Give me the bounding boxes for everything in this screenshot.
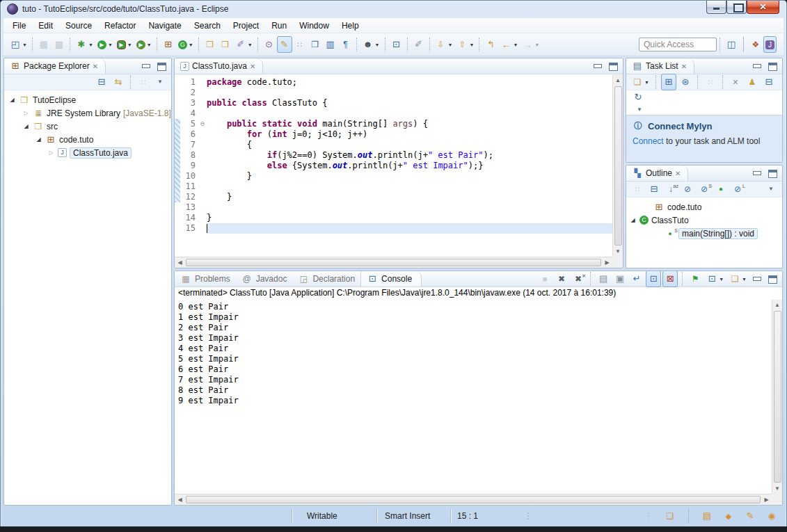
maximize-view-button[interactable] xyxy=(768,62,777,71)
dropdown-arrow-icon[interactable]: ▼ xyxy=(534,42,539,47)
tab-declaration[interactable]: ◲Declaration xyxy=(292,271,360,287)
title-bar[interactable]: tuto - TutoEclipse/src/code/tuto/ClassTu… xyxy=(1,1,786,17)
package-explorer-tab[interactable]: ⊞ Package Explorer xyxy=(4,58,106,74)
task-list-tab[interactable]: ▤ Task List xyxy=(626,58,694,74)
collapse-all-icon[interactable]: ⊟ xyxy=(94,74,109,90)
mark-occurrences-icon[interactable]: ✎ xyxy=(277,36,292,53)
minimize-view-button[interactable] xyxy=(141,62,150,71)
dropdown-arrow-icon[interactable]: ▼ xyxy=(88,42,93,47)
minimize-editor-button[interactable] xyxy=(593,62,602,71)
java-perspective-icon[interactable]: J xyxy=(763,36,777,53)
code-area[interactable]: 1package code.tuto;23public class ClassT… xyxy=(175,75,612,257)
package-explorer-item-jre-system-library[interactable]: ▷≣JRE System Library [JavaSE-1.8] xyxy=(4,106,171,120)
collapsed-arrow-icon[interactable]: ▷ xyxy=(22,110,30,116)
menu-navigate[interactable]: Navigate xyxy=(142,19,187,32)
account-icon[interactable]: ☻▼ xyxy=(360,36,382,53)
scroll-down-arrow[interactable]: ▼ xyxy=(613,246,623,257)
scroll-lock-icon[interactable]: ▣ xyxy=(612,271,628,287)
console-vertical-scrollbar[interactable]: ▲ ▼ xyxy=(772,300,782,494)
next-annotation-icon[interactable]: ⇩▼ xyxy=(434,36,455,53)
dropdown-arrow-icon[interactable]: ▼ xyxy=(127,42,132,47)
remove-launch-icon[interactable]: ✖ xyxy=(554,271,569,287)
scroll-thumb[interactable] xyxy=(186,496,761,503)
dropdown-arrow-icon[interactable]: ▼ xyxy=(375,42,380,47)
scroll-down-arrow[interactable]: ▼ xyxy=(772,483,783,494)
word-wrap-icon[interactable]: ↵ xyxy=(629,271,644,287)
dropdown-arrow-icon[interactable]: ▼ xyxy=(108,42,113,47)
collapsed-arrow-icon[interactable]: ▷ xyxy=(47,150,55,156)
scroll-left-arrow[interactable]: ◀ xyxy=(175,494,185,505)
menu-arrow-icon[interactable]: ▼ xyxy=(763,181,779,198)
expanded-arrow-icon[interactable]: ◢ xyxy=(629,217,637,223)
maximize-view-button[interactable] xyxy=(768,169,777,178)
categorized-icon[interactable]: ⊞ xyxy=(661,74,676,90)
new-wizard-icon[interactable]: ◰▼ xyxy=(8,36,29,53)
dropdown-arrow-icon[interactable]: ▼ xyxy=(719,277,724,282)
stdout-icon[interactable]: ⊡ xyxy=(646,271,661,287)
hide-nonpublic-icon[interactable]: ● xyxy=(713,181,729,198)
menu-search[interactable]: Search xyxy=(188,19,227,32)
debug-icon[interactable]: ✱▼ xyxy=(74,36,95,53)
dropdown-arrow-icon[interactable]: ▼ xyxy=(22,42,27,47)
collapse-all-icon[interactable]: ⊟ xyxy=(761,74,777,90)
package-explorer-item-code-tuto[interactable]: ◢⊞code.tuto xyxy=(4,133,171,146)
new-class-icon[interactable]: G▼ xyxy=(176,36,196,53)
remove-all-icon[interactable]: ✖✕ xyxy=(571,271,586,287)
outline-item-main-string-void[interactable]: ●Smain(String[]) : void xyxy=(626,227,782,240)
dropdown-arrow-icon[interactable]: ▼ xyxy=(742,277,747,282)
scroll-thumb[interactable] xyxy=(614,86,622,245)
search-icon[interactable]: ⊙ xyxy=(262,36,277,53)
package-explorer-item-classtuto-java[interactable]: ▷JClassTuto.java xyxy=(4,146,171,159)
dropdown-arrow-icon[interactable]: ▼ xyxy=(248,42,253,47)
show-whitespace-icon[interactable]: ¶ xyxy=(338,36,353,53)
open-perspective-icon[interactable]: ◫ xyxy=(724,36,739,53)
outline-tab[interactable]: ▚ Outline xyxy=(626,166,688,181)
minimize-view-button[interactable] xyxy=(752,169,761,178)
stderr-icon[interactable]: ⊠ xyxy=(662,271,678,287)
menu-refactor[interactable]: Refactor xyxy=(98,19,142,32)
maximize-editor-button[interactable] xyxy=(608,62,617,71)
no-edit-icon[interactable]: ✐ xyxy=(411,36,427,53)
close-view-icon[interactable] xyxy=(675,168,682,178)
console-horizontal-scrollbar[interactable]: ◀ ▶ xyxy=(175,494,772,505)
new-task-icon[interactable]: ❏▼ xyxy=(630,74,651,90)
editor-vertical-scrollbar[interactable]: ▲ ▼ xyxy=(612,75,623,257)
outline-item-code-tuto[interactable]: ⊞code.tuto xyxy=(626,200,782,213)
expanded-arrow-icon[interactable]: ◢ xyxy=(22,123,30,129)
tab-problems[interactable]: ▦Problems xyxy=(175,271,236,287)
fold-minus-icon[interactable]: ⊖ xyxy=(198,119,207,129)
cap-icon[interactable]: ◆ xyxy=(721,508,736,524)
connect-link[interactable]: Connect xyxy=(633,136,664,146)
task-folder-icon[interactable]: ❒ xyxy=(202,36,218,53)
sort-icon[interactable]: ↓az xyxy=(663,181,678,198)
scroll-left-arrow[interactable]: ◀ xyxy=(175,257,185,268)
maximize-view-button[interactable] xyxy=(768,275,777,284)
dropdown-arrow-icon[interactable]: ▼ xyxy=(644,80,649,85)
pin-console-icon[interactable]: ⚑ xyxy=(687,271,703,287)
menu-project[interactable]: Project xyxy=(227,19,265,32)
filter-completed-icon[interactable]: ✕ xyxy=(728,74,743,90)
dropdown-arrow-icon[interactable]: ▼ xyxy=(513,42,518,47)
book-icon[interactable]: ▤ xyxy=(699,508,715,524)
badge-icon[interactable]: ◉ xyxy=(764,508,779,524)
last-edit-icon[interactable]: ↰ xyxy=(483,36,498,53)
menu-run[interactable]: Run xyxy=(265,19,293,32)
minimize-view-button[interactable] xyxy=(752,62,761,71)
menu-edit[interactable]: Edit xyxy=(32,19,59,32)
package-explorer-item-src[interactable]: ◢❒src xyxy=(4,120,171,133)
dropdown-arrow-icon[interactable]: ▼ xyxy=(147,42,152,47)
new-java-project-icon[interactable]: ⊞ xyxy=(161,36,176,53)
dropdown-arrow-icon[interactable]: ▼ xyxy=(189,42,193,47)
maximize-view-button[interactable] xyxy=(157,62,166,71)
clear-console-icon[interactable]: ▤ xyxy=(596,271,611,287)
editor-horizontal-scrollbar[interactable]: ◀ ▶ xyxy=(175,257,612,268)
tab-console[interactable]: ⊡Console xyxy=(360,271,422,287)
scroll-thumb[interactable] xyxy=(186,259,601,266)
hide-local-icon[interactable]: ⊘L xyxy=(730,181,745,198)
hide-static-icon[interactable]: ⊘S xyxy=(697,181,712,198)
menu-source[interactable]: Source xyxy=(59,19,98,32)
focus-workweek-icon[interactable]: ♟ xyxy=(745,74,760,90)
spray-icon[interactable]: ∷ xyxy=(292,36,308,53)
coverage-icon[interactable]: ▶▼ xyxy=(115,36,134,53)
block-selection-icon[interactable]: ▥ xyxy=(323,36,338,53)
